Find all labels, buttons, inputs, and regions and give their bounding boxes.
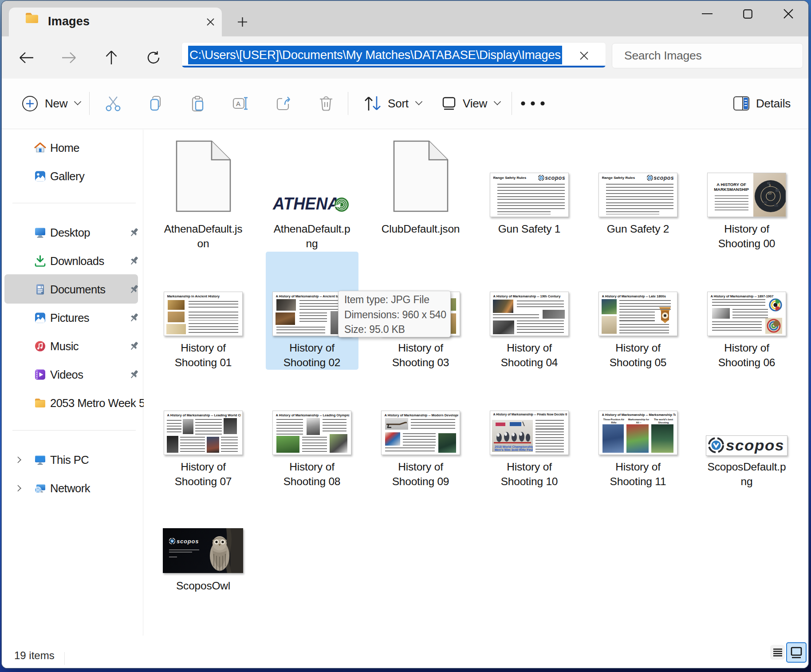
pictures-icon xyxy=(34,312,46,324)
sidebar-item-2053-metro-week-5[interactable]: 2053 Metro Week 5 xyxy=(2,389,143,417)
sidebar-item-downloads[interactable]: Downloads xyxy=(2,247,143,275)
file-item-history-of-shooting-07[interactable]: A History of Marksmanship -- Leading Wor… xyxy=(157,371,250,489)
file-item-scoposowl[interactable]: scoposScoposOwl xyxy=(157,490,250,608)
forward-button[interactable] xyxy=(57,46,80,69)
text-lines xyxy=(517,320,564,334)
file-item-athenadefault-png[interactable]: ATHENAAthenaDefault.png xyxy=(266,133,358,251)
pin-icon xyxy=(128,226,140,239)
sidebar-item-videos[interactable]: Videos xyxy=(2,360,143,389)
sidebar-separator xyxy=(12,430,136,431)
file-item-history-of-shooting-00[interactable]: 910A HISTORY OFMARKSMANSHIPHistory ofSho… xyxy=(701,133,793,251)
back-button[interactable] xyxy=(15,46,38,69)
sidebar-item-network[interactable]: Network xyxy=(2,474,143,502)
file-item-clubdefault-json[interactable]: ClubDefault.json xyxy=(374,133,467,251)
file-item-scoposdefault-png[interactable]: scoposScoposDefault.png xyxy=(701,371,793,489)
text-lines xyxy=(712,321,762,333)
text-lines xyxy=(712,299,765,307)
text-lines xyxy=(606,196,673,201)
file-item-history-of-shooting-01[interactable]: Marksmanship in Ancient HistoryHistory o… xyxy=(157,252,250,370)
navigation-bar: C:\Users\[USER]\Documents\My Matches\DAT… xyxy=(2,36,808,79)
file-name-line: History of xyxy=(258,460,366,474)
file-item-history-of-shooting-11[interactable]: A History of Marksmanship -- Marksmanshi… xyxy=(592,371,685,489)
slide-title: A History of Marksmanship -- Marksmanshi… xyxy=(602,413,676,417)
up-button[interactable] xyxy=(100,46,123,69)
file-name-label: ScoposDefault.png xyxy=(693,460,801,489)
rename-button[interactable]: A xyxy=(229,87,252,119)
file-item-athenadefault-json[interactable]: AthenaDefault.json xyxy=(157,133,250,251)
maximize-button[interactable] xyxy=(733,1,762,27)
sort-button[interactable]: Sort xyxy=(359,87,426,119)
sidebar-item-label: Videos xyxy=(50,360,83,389)
copy-button[interactable] xyxy=(144,87,167,119)
slide-title: A History of Marksmanship -- Leading Wor… xyxy=(167,413,241,417)
sidebar-item-desktop[interactable]: Desktop xyxy=(2,218,143,247)
more-options-button[interactable] xyxy=(516,87,549,119)
status-bar: 19 items xyxy=(2,650,808,668)
pin-icon xyxy=(128,255,140,267)
desktop-icon xyxy=(34,227,46,239)
file-item-history-of-shooting-04[interactable]: A History of Marksmanship -- 19th Centur… xyxy=(483,252,576,370)
cut-button[interactable] xyxy=(102,87,125,119)
file-name-line: History of xyxy=(475,460,584,474)
refresh-button[interactable] xyxy=(142,46,165,69)
file-item-history-of-shooting-09[interactable]: A History of Marksmanship -- Modern Deve… xyxy=(374,371,467,489)
sidebar-separator xyxy=(12,203,136,203)
file-item-gun-safety-2[interactable]: Range Safety RulesscoposGun Safety 2 xyxy=(592,133,685,251)
sidebar-item-music[interactable]: Music xyxy=(2,332,143,360)
medal-image xyxy=(765,318,782,334)
details-button[interactable]: Details xyxy=(728,87,795,119)
svg-text:scopos: scopos xyxy=(545,175,565,181)
text-lines xyxy=(517,300,564,308)
sidebar-item-gallery[interactable]: Gallery xyxy=(2,162,143,190)
text-lines xyxy=(497,184,565,189)
file-name-line: History of xyxy=(149,460,258,474)
file-item-history-of-shooting-06[interactable]: A History of Marksmanship -- 1897-1907Hi… xyxy=(701,252,793,370)
documents-icon xyxy=(34,284,46,296)
file-item-history-of-shooting-05[interactable]: A History of Marksmanship -- Late 1800sH… xyxy=(592,252,685,370)
address-bar[interactable]: C:\Users\[USER]\Documents\My Matches\DAT… xyxy=(181,42,606,68)
sidebar-item-home[interactable]: Home xyxy=(2,134,143,162)
slide-title: A History of Marksmanship -- Modern Deve… xyxy=(385,413,458,417)
slide-thumbnail: A History of Marksmanship -- Leading Oly… xyxy=(272,411,351,455)
text-lines xyxy=(497,196,565,201)
tab-close-icon[interactable] xyxy=(202,14,218,30)
slide-thumbnail: A History of Marksmanship -- 19th Centur… xyxy=(490,292,569,336)
large-thumbnail-view-toggle[interactable] xyxy=(786,642,807,663)
file-item-history-of-shooting-10[interactable]: A History of Marksmanship -- Finals Now … xyxy=(483,371,576,489)
address-clear-icon[interactable] xyxy=(575,47,593,64)
issf-target-logo xyxy=(769,298,782,312)
file-explorer-window: Images xyxy=(2,1,808,668)
new-tab-button[interactable] xyxy=(233,14,251,30)
slide-title: Marksmanship in Ancient History xyxy=(167,294,240,298)
share-button[interactable] xyxy=(272,87,295,119)
kim-photo xyxy=(307,418,320,435)
slide-thumbnail: Range Safety Rulesscopos xyxy=(490,173,569,217)
file-item-history-of-shooting-08[interactable]: A History of Marksmanship -- Leading Oly… xyxy=(266,371,358,489)
view-button[interactable]: View xyxy=(437,87,505,119)
sidebar-item-pictures[interactable]: Pictures xyxy=(2,304,143,332)
pistol-photo xyxy=(330,434,347,453)
file-name-line: History of xyxy=(258,341,366,356)
tab-images[interactable]: Images xyxy=(9,8,222,36)
file-name-line: History of xyxy=(149,341,258,356)
chevron-right-icon[interactable] xyxy=(15,456,21,463)
search-input[interactable]: Search Images xyxy=(612,43,803,68)
slide-title: The world’s best Shooting xyxy=(652,418,675,424)
svg-text:scopos: scopos xyxy=(177,538,199,545)
delete-button[interactable] xyxy=(315,87,338,119)
sidebar-item-this-pc[interactable]: This PC xyxy=(2,446,143,474)
file-name-line: History of xyxy=(693,341,801,356)
minimize-button[interactable] xyxy=(693,1,722,27)
close-button[interactable] xyxy=(774,1,803,27)
pin-icon xyxy=(128,340,140,352)
sidebar-item-label: Downloads xyxy=(50,247,104,275)
portrait-photo xyxy=(183,419,193,434)
details-view-toggle[interactable] xyxy=(770,645,785,660)
chevron-right-icon[interactable] xyxy=(15,485,21,492)
new-button[interactable]: New xyxy=(16,87,86,119)
file-name-label: History ofShooting 00 xyxy=(693,222,801,251)
file-item-gun-safety-1[interactable]: Range Safety RulesscoposGun Safety 1 xyxy=(483,133,576,251)
sidebar-item-label: 2053 Metro Week 5 xyxy=(50,389,145,417)
paste-button[interactable] xyxy=(187,87,210,119)
sidebar-item-documents[interactable]: Documents xyxy=(2,275,143,304)
